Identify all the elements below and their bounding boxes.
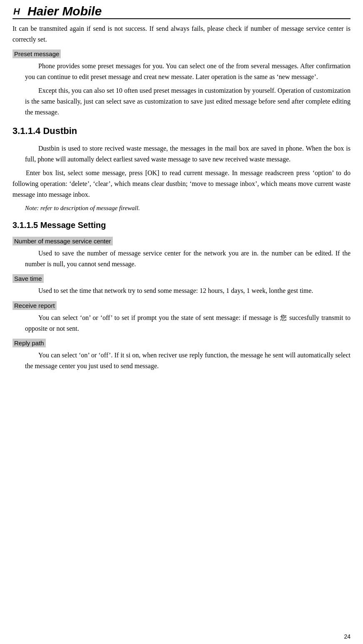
page-container: H Haier Mobile It can be transmited agai… — [0, 0, 363, 644]
dustbin-para2: Enter box list, select some message, pre… — [12, 168, 351, 200]
dustbin-body: Dustbin is used to store recived waste m… — [12, 143, 351, 164]
preset-message-section: Preset message Phone provides some prese… — [12, 48, 351, 117]
save-time-label: Save time — [12, 274, 44, 283]
logo-section: H Haier Mobile — [12, 4, 351, 19]
logo-icon: H — [12, 5, 26, 18]
dustbin-para1: Dustbin is used to store recived waste m… — [25, 143, 351, 164]
num-service-center-block: Number of message service center Used to… — [12, 235, 351, 269]
save-time-block: Save time Used to set the time that netw… — [12, 272, 351, 296]
num-service-center-body: Used to save the number of message servi… — [12, 248, 351, 269]
reply-path-block: Reply path You can select ‘on’ or ‘off’.… — [12, 337, 351, 371]
logo-text: Haier Mobile — [27, 4, 102, 18]
reply-path-body: You can select ‘on’ or ‘off’. If it si o… — [12, 350, 351, 371]
dustbin-section: 3.1.1.4 Dustbin Dustbin is used to store… — [12, 126, 351, 213]
page-number: 24 — [344, 633, 351, 640]
reply-path-label: Reply path — [12, 339, 46, 347]
save-time-body: Used to set the time that network try to… — [12, 285, 351, 296]
reply-path-text: You can select ‘on’ or ‘off’. If it si o… — [25, 350, 351, 371]
save-time-text: Used to set the time that network try to… — [25, 285, 351, 296]
preset-message-para1: Phone provides some preset messages for … — [25, 61, 351, 82]
receive-report-block: Receive report You can select ‘on’ or ‘o… — [12, 300, 351, 334]
preset-message-body: Phone provides some preset messages for … — [12, 61, 351, 117]
receive-report-label: Receive report — [12, 301, 57, 310]
message-setting-section: 3.1.1.5 Message Setting Number of messag… — [12, 220, 351, 371]
intro-paragraph: It can be transmited again if send is no… — [12, 23, 351, 45]
dustbin-heading: 3.1.1.4 Dustbin — [12, 126, 351, 136]
dustbin-note: Note: refer to description of message fi… — [12, 203, 351, 213]
num-service-center-text: Used to save the number of message servi… — [25, 248, 351, 269]
logo-wrapper: H Haier Mobile — [12, 4, 351, 18]
receive-report-body: You can select ‘on’ or ‘off’ to set if p… — [12, 312, 351, 334]
message-setting-heading: 3.1.1.5 Message Setting — [12, 220, 351, 230]
preset-message-heading: Preset message — [12, 50, 61, 58]
num-service-center-label: Number of message service center — [12, 237, 113, 245]
svg-text:H: H — [13, 6, 20, 17]
logo-divider — [12, 18, 351, 19]
receive-report-text: You can select ‘on’ or ‘off’ to set if p… — [25, 312, 351, 334]
preset-message-para2: Except this, you can also set 10 often u… — [25, 85, 351, 117]
